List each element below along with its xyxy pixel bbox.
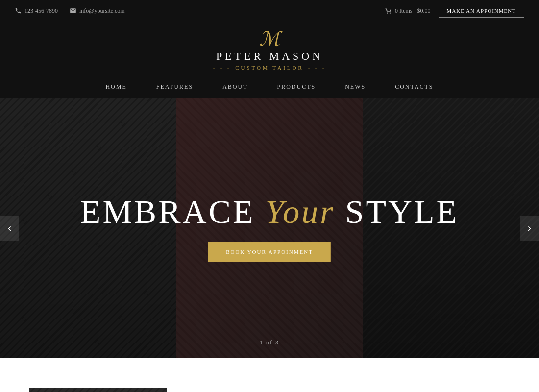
hero-cta-button[interactable]: BOOK YOUR APPOINMENT bbox=[208, 242, 331, 262]
slider-count: 1 of 3 bbox=[250, 339, 289, 346]
phone-info: 123-456-7890 bbox=[15, 7, 58, 15]
discover-text-col: DISCOVER TRUE QUALITY HANDCRAFTED SUIT L… bbox=[245, 388, 510, 392]
logo-name: PETER MASON bbox=[0, 50, 539, 63]
email-icon bbox=[70, 7, 76, 14]
nav-features[interactable]: FEATURES bbox=[156, 83, 193, 91]
main-nav: HOME FEATURES ABOUT PRODUCTS NEWS CONTAC… bbox=[0, 75, 539, 98]
logo-tagline: CUSTOM TAILOR bbox=[0, 65, 539, 71]
cart-icon bbox=[385, 7, 392, 14]
hero-title: EMBRACE Your STYLE bbox=[80, 195, 459, 228]
hero-title-part1: EMBRACE bbox=[80, 193, 266, 230]
slider-prev-button[interactable]: ‹ bbox=[0, 216, 19, 241]
nav-about[interactable]: ABOUT bbox=[222, 83, 247, 91]
hero-content: EMBRACE Your STYLE BOOK YOUR APPOINMENT bbox=[80, 195, 459, 262]
discover-title: DISCOVER TRUE QUALITY bbox=[245, 388, 510, 392]
hero-title-part2: STYLE bbox=[335, 193, 459, 230]
top-bar-left: 123-456-7890 info@yoursite.com bbox=[15, 7, 125, 15]
slider-next-button[interactable]: › bbox=[520, 216, 539, 241]
hero-slider: ‹ › EMBRACE Your STYLE BOOK YOUR APPOINM… bbox=[0, 98, 539, 358]
email-info: info@yoursite.com bbox=[70, 7, 125, 15]
nav-home[interactable]: HOME bbox=[105, 83, 126, 91]
top-bar: 123-456-7890 info@yoursite.com 0 Items -… bbox=[0, 0, 539, 22]
logo-monogram: ℳ bbox=[0, 29, 539, 49]
site-header: ℳ PETER MASON CUSTOM TAILOR HOME FEATURE… bbox=[0, 22, 539, 98]
slider-indicator: 1 of 3 bbox=[250, 335, 289, 346]
slider-progress-line bbox=[250, 335, 289, 335]
hero-title-italic: Your bbox=[266, 193, 335, 230]
discover-section: DISCOVER TRUE QUALITY HANDCRAFTED SUIT L… bbox=[0, 358, 539, 392]
phone-icon bbox=[15, 7, 22, 14]
cart-info: 0 Items - $0.00 bbox=[385, 7, 431, 15]
discover-image-top bbox=[29, 388, 167, 392]
nav-contacts[interactable]: CONTACTS bbox=[395, 83, 433, 91]
nav-news[interactable]: NEWS bbox=[345, 83, 366, 91]
top-bar-right: 0 Items - $0.00 MAKE AN APPOINMENT bbox=[385, 4, 524, 18]
appointment-button[interactable]: MAKE AN APPOINMENT bbox=[439, 4, 524, 18]
nav-products[interactable]: PRODUCTS bbox=[277, 83, 316, 91]
discover-images bbox=[29, 388, 216, 392]
